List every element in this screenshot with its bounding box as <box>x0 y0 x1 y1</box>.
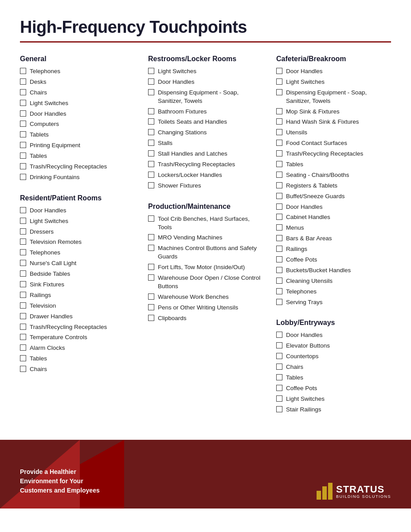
section-resident-patient-rooms: Resident/Patient RoomsDoor HandlesLight … <box>20 194 135 374</box>
page-title: High-Frequency Touchpoints <box>20 18 391 37</box>
checkbox-icon <box>20 281 26 287</box>
columns-container: GeneralTelephonesDesksChairsLight Switch… <box>20 55 391 426</box>
list-item: Tables <box>20 152 135 160</box>
item-text: Door Handles <box>286 203 391 211</box>
checkbox-icon <box>148 274 154 281</box>
list-item: MRO Vending Machines <box>148 234 263 242</box>
item-text: Cleaning Utensils <box>286 277 391 286</box>
list-item: Door Handles <box>20 110 135 118</box>
checkbox-icon <box>276 182 282 188</box>
logo-bars <box>317 483 333 500</box>
checkbox-icon <box>148 129 154 135</box>
checkbox-icon <box>276 129 282 135</box>
list-item: Nurse's Call Light <box>20 259 135 268</box>
list-item: Chairs <box>20 89 135 97</box>
list-item: Dressers <box>20 228 135 236</box>
checkbox-icon <box>276 246 282 252</box>
item-text: Stalls <box>158 139 263 148</box>
checkbox-icon <box>148 264 154 270</box>
checkbox-icon <box>148 215 154 222</box>
checkbox-icon <box>276 332 282 338</box>
list-item: Light Switches <box>276 395 391 403</box>
checkbox-icon <box>20 174 26 180</box>
list-item: Bedside Tables <box>20 270 135 278</box>
list-item: Light Switches <box>20 99 135 108</box>
checkbox-icon <box>20 163 26 169</box>
column-2: Restrooms/Locker RoomsLight SwitchesDoor… <box>148 55 263 426</box>
list-item: Warehouse Work Benches <box>148 293 263 301</box>
item-text: Railings <box>286 245 391 254</box>
item-text: Computers <box>30 120 135 129</box>
checkbox-icon <box>276 89 282 95</box>
item-text: Mop Sink & Fixtures <box>286 108 391 116</box>
checkbox-icon <box>276 214 282 220</box>
item-text: Drawer Handles <box>30 313 135 321</box>
footer-line3: Customers and Employees <box>20 487 100 494</box>
item-text: Telephones <box>30 249 135 257</box>
page-wrapper: High-Frequency Touchpoints GeneralTeleph… <box>0 0 411 426</box>
item-text: Warehouse Door Open / Close Control Butt… <box>158 274 263 291</box>
checkbox-icon <box>20 334 26 340</box>
checkbox-icon <box>20 131 26 137</box>
item-text: Telephones <box>30 67 135 76</box>
list-item: Food Contact Surfaces <box>276 139 391 148</box>
item-text: Serving Trays <box>286 298 391 307</box>
item-text: Television Remotes <box>30 238 135 246</box>
item-text: Temperature Controls <box>30 333 135 342</box>
list-item: Cabinet Handles <box>276 213 391 222</box>
list-item: Tablets <box>20 131 135 139</box>
item-text: Fort Lifts, Tow Motor (Inside/Out) <box>158 263 263 272</box>
item-text: Elevator Buttons <box>286 342 391 350</box>
checkbox-icon <box>276 224 282 231</box>
list-item: Elevator Buttons <box>276 342 391 350</box>
list-item: Drawer Handles <box>20 313 135 321</box>
checkbox-icon <box>276 267 282 273</box>
list-item: Trash/Recycling Receptacles <box>276 150 391 158</box>
item-text: Chairs <box>30 89 135 97</box>
list-item: Warehouse Door Open / Close Control Butt… <box>148 274 263 291</box>
item-text: Light Switches <box>286 78 391 86</box>
list-item: Sink Fixtures <box>20 281 135 289</box>
checkbox-icon <box>276 140 282 146</box>
item-text: Television <box>30 302 135 310</box>
checkbox-icon <box>20 302 26 309</box>
item-text: Door Handles <box>30 110 135 118</box>
checkbox-icon <box>20 324 26 330</box>
checkbox-icon <box>276 288 282 294</box>
checkbox-icon <box>148 172 154 178</box>
item-text: Stall Handles and Latches <box>158 150 263 158</box>
checkbox-icon <box>20 218 26 224</box>
list-item: Trash/Recycling Receptacles <box>20 323 135 332</box>
footer-line1: Provide a Healthier <box>20 468 76 475</box>
checkbox-icon <box>148 161 154 167</box>
checkbox-icon <box>276 68 282 74</box>
item-text: Railings <box>30 291 135 300</box>
checkbox-icon <box>148 108 154 114</box>
checkbox-icon <box>20 142 26 148</box>
item-text: Nurse's Call Light <box>30 259 135 268</box>
section-title-general: General <box>20 55 135 63</box>
checkbox-icon <box>20 89 26 95</box>
column-1: GeneralTelephonesDesksChairsLight Switch… <box>20 55 135 426</box>
checkbox-icon <box>20 344 26 351</box>
checkbox-icon <box>20 228 26 235</box>
list-item: Door Handles <box>276 331 391 340</box>
list-item: Bars & Bar Areas <box>276 235 391 243</box>
checkbox-icon <box>276 235 282 241</box>
logo-text-block: STRATUS BUILDING SOLUTIONS <box>336 485 391 500</box>
checkbox-icon <box>148 315 154 321</box>
item-text: Warehouse Work Benches <box>158 293 263 301</box>
item-text: Chairs <box>30 365 135 374</box>
list-item: Light Switches <box>20 217 135 226</box>
footer-tagline: Provide a Healthier Environment for Your… <box>20 467 100 495</box>
item-text: Door Handles <box>286 331 391 340</box>
checkbox-icon <box>20 78 26 85</box>
checkbox-icon <box>20 153 26 159</box>
list-item: Clipboards <box>148 314 263 323</box>
section-production-maintenance: Production/MaintenanceTool Crib Benches,… <box>148 203 263 323</box>
item-text: Machines Control Buttons and Safety Guar… <box>158 244 263 261</box>
list-item: Machines Control Buttons and Safety Guar… <box>148 244 263 261</box>
list-item: Tables <box>20 355 135 363</box>
logo-bar-2 <box>322 486 327 500</box>
list-item: Lockers/Locker Handles <box>148 171 263 180</box>
